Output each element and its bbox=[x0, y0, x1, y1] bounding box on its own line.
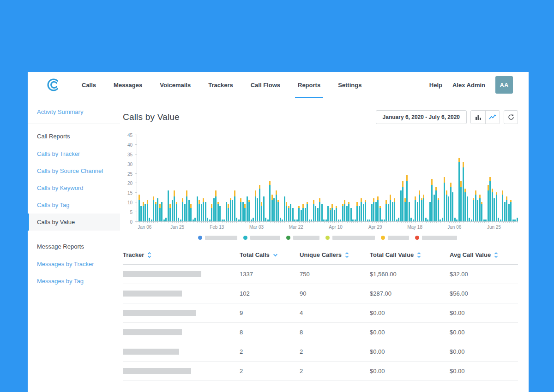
bar-segment-valued bbox=[423, 195, 424, 198]
column-header-unique-callers[interactable]: Unique Callers bbox=[300, 251, 370, 258]
table-row[interactable]: 1337750$1,560.00$32.00 bbox=[123, 265, 518, 284]
tracker-cell bbox=[123, 271, 240, 277]
bar-segment-calls bbox=[342, 206, 343, 221]
y-tick-label: 15 bbox=[127, 190, 132, 196]
legend-item-2[interactable] bbox=[243, 236, 280, 240]
sidebar-section-title-call-reports: Call Reports bbox=[28, 127, 120, 145]
column-header-tracker[interactable]: Tracker bbox=[123, 251, 240, 258]
bar-segment-valued bbox=[182, 198, 183, 202]
bar-chart-toggle-button[interactable] bbox=[471, 111, 485, 124]
bar-segment-valued bbox=[464, 189, 466, 192]
bar-segment-valued bbox=[344, 200, 345, 204]
chart-bar[interactable] bbox=[516, 135, 518, 221]
cell-unique-callers: 90 bbox=[300, 290, 370, 297]
table-row[interactable]: 88$0.00$0.00 bbox=[123, 323, 518, 342]
bar-segment-valued bbox=[444, 177, 445, 183]
legend-item-4[interactable] bbox=[325, 236, 375, 240]
user-name[interactable]: Alex Admin bbox=[452, 82, 485, 89]
bar-segment-calls bbox=[180, 220, 181, 221]
legend-item-1[interactable] bbox=[198, 236, 237, 240]
page-background: { "header": { "nav": [ {"label": "Calls"… bbox=[0, 0, 554, 392]
legend-redacted-label bbox=[332, 236, 375, 240]
table-row[interactable]: 22$0.00$0.00 bbox=[123, 362, 518, 381]
cell-total-call-value: $0.00 bbox=[370, 309, 450, 316]
x-tick-label: Jan 25 bbox=[170, 225, 184, 230]
sidebar-item-calls-by-tracker[interactable]: Calls by Tracker bbox=[28, 145, 120, 162]
line-chart-toggle-button[interactable] bbox=[485, 111, 500, 124]
bar-segment-calls bbox=[477, 200, 478, 221]
cell-avg-call-value: $0.00 bbox=[450, 329, 518, 336]
tab-reports[interactable]: Reports bbox=[289, 72, 329, 98]
avatar[interactable]: AA bbox=[495, 76, 513, 94]
sidebar-item-calls-by-value[interactable]: Calls by Value bbox=[28, 214, 120, 231]
bar-segment-calls bbox=[417, 202, 418, 221]
bar-segment-calls bbox=[377, 200, 379, 221]
bar-segment-valued bbox=[419, 190, 420, 194]
legend-item-3[interactable] bbox=[286, 236, 319, 240]
bar-segment-valued bbox=[286, 202, 287, 206]
sidebar-item-calls-by-source-channel[interactable]: Calls by Source Channel bbox=[28, 162, 120, 179]
y-tick-label: 40 bbox=[127, 142, 132, 147]
sort-icon[interactable] bbox=[345, 252, 349, 258]
date-range-button[interactable]: January 6, 2020 - July 6, 2020 bbox=[376, 110, 467, 124]
tab-calls[interactable]: Calls bbox=[73, 72, 105, 98]
bar-segment-calls bbox=[271, 200, 273, 221]
bar-segment-calls bbox=[388, 204, 389, 221]
bar-segment-calls bbox=[510, 202, 512, 221]
help-link[interactable]: Help bbox=[429, 82, 442, 89]
bar-segment-calls bbox=[232, 200, 233, 221]
bar-segment-calls bbox=[178, 218, 179, 221]
cell-unique-callers: 8 bbox=[300, 329, 370, 336]
bar-segment-calls bbox=[481, 204, 482, 221]
tab-messages[interactable]: Messages bbox=[105, 72, 151, 98]
bar-segment-calls bbox=[338, 220, 339, 221]
bar-segment-calls bbox=[421, 200, 422, 221]
bar-segment-calls bbox=[469, 218, 470, 221]
sidebar-item-messages-by-tag[interactable]: Messages by Tag bbox=[28, 273, 120, 290]
sidebar-item-calls-by-keyword[interactable]: Calls by Keyword bbox=[28, 179, 120, 196]
sidebar-item-calls-by-tag[interactable]: Calls by Tag bbox=[28, 196, 120, 214]
y-tick-label: 0 bbox=[130, 220, 132, 225]
column-header-avg-call-value[interactable]: Avg Call Value bbox=[450, 251, 518, 258]
legend-redacted-label bbox=[293, 236, 319, 240]
tab-call-flows[interactable]: Call Flows bbox=[242, 72, 289, 98]
sidebar-item-activity-summary[interactable]: Activity Summary bbox=[28, 103, 120, 120]
legend-item-5[interactable] bbox=[381, 236, 409, 240]
column-header-total-calls[interactable]: Total Calls bbox=[240, 251, 300, 258]
tab-trackers[interactable]: Trackers bbox=[199, 72, 242, 98]
bar-segment-calls bbox=[369, 220, 370, 221]
column-header-total-call-value[interactable]: Total Call Value bbox=[370, 251, 450, 258]
tab-voicemails[interactable]: Voicemails bbox=[151, 72, 199, 98]
bar-segment-valued bbox=[431, 179, 433, 185]
bar-segment-calls bbox=[253, 218, 254, 221]
refresh-button[interactable] bbox=[504, 110, 518, 124]
bar-segment-calls bbox=[267, 220, 269, 221]
sidebar-item-messages-by-tracker[interactable]: Messages by Tracker bbox=[28, 255, 120, 273]
bar-segment-valued bbox=[446, 190, 447, 194]
tab-settings[interactable]: Settings bbox=[329, 72, 370, 98]
sort-up-down-icon bbox=[345, 252, 349, 258]
bar-segment-valued bbox=[506, 196, 507, 200]
table-row[interactable]: 94$0.00$0.00 bbox=[123, 303, 518, 323]
bar-segment-valued bbox=[394, 198, 395, 202]
sort-icon[interactable] bbox=[494, 252, 498, 258]
sort-icon[interactable] bbox=[147, 252, 151, 258]
legend-item-6[interactable] bbox=[415, 236, 457, 240]
bar-segment-calls bbox=[504, 202, 506, 221]
bar-segment-calls bbox=[222, 220, 223, 221]
table-row[interactable]: 22$0.00$0.00 bbox=[123, 342, 518, 362]
bar-segment-valued bbox=[402, 181, 403, 187]
table-row[interactable]: 10290$287.00$56.00 bbox=[123, 284, 518, 303]
bar-segment-calls bbox=[193, 220, 194, 221]
bar-segment-calls bbox=[334, 210, 335, 221]
sort-desc-icon[interactable] bbox=[273, 253, 278, 257]
bar-segment-calls bbox=[207, 218, 208, 221]
bar-segment-calls bbox=[305, 208, 306, 221]
bar-segment-calls bbox=[140, 206, 142, 221]
cell-avg-call-value: $0.00 bbox=[450, 309, 518, 316]
bar-segment-calls bbox=[286, 206, 287, 221]
bar-segment-valued bbox=[489, 177, 491, 181]
bar-segment-valued bbox=[475, 190, 476, 194]
bar-segment-valued bbox=[240, 198, 241, 202]
sort-icon[interactable] bbox=[417, 252, 421, 258]
